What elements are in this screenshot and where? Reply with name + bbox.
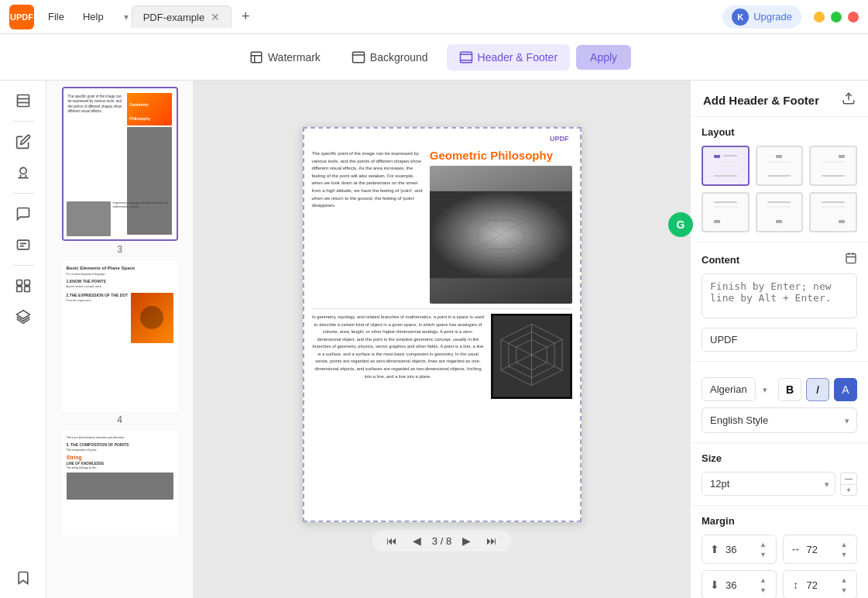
size-increase-button[interactable]: +: [840, 484, 857, 496]
style-select-wrapper: English Style Roman Style Arabic Style: [702, 407, 857, 433]
left-sidebar: [0, 81, 46, 598]
margin-right-decrease[interactable]: ▼: [838, 549, 850, 559]
size-decrease-button[interactable]: —: [840, 473, 857, 484]
watermark-button[interactable]: Watermark: [237, 44, 333, 70]
content-title: Content: [702, 254, 739, 266]
minimize-button[interactable]: —: [814, 12, 825, 22]
nav-prev-button[interactable]: ◀: [408, 533, 426, 548]
layout-option-br[interactable]: [809, 192, 857, 232]
thumbnail-item-3[interactable]: The specific point of the image can be e…: [53, 87, 187, 255]
layout-preview-br: [818, 198, 848, 226]
sidebar-annotation-icon[interactable]: [9, 200, 37, 228]
margin-left-input[interactable]: [807, 579, 834, 591]
svg-rect-3: [17, 95, 29, 107]
header-footer-button[interactable]: Header & Footer: [447, 44, 571, 70]
content-value[interactable]: UPDF: [702, 328, 857, 352]
page-divider: [312, 308, 572, 309]
maximize-button[interactable]: ⬜: [831, 12, 842, 22]
margin-top-input[interactable]: [726, 544, 753, 555]
margin-right-item: ↔ ▲ ▼: [783, 534, 858, 564]
sidebar-bookmark-icon[interactable]: [9, 564, 37, 592]
italic-button[interactable]: I: [806, 378, 829, 401]
thumbnail-item-4[interactable]: Basic Elements of Plane Space For constr…: [53, 261, 187, 425]
margin-bottom-increase[interactable]: ▲: [757, 575, 770, 585]
grammarly-button[interactable]: G: [668, 212, 693, 237]
tab-close-icon[interactable]: ✕: [211, 11, 220, 23]
thumbnail-number-3: 3: [117, 244, 122, 255]
page-body-text: In geometry, topology, and related branc…: [312, 314, 485, 500]
margin-top-decrease[interactable]: ▼: [757, 549, 770, 559]
tab-dropdown-icon[interactable]: ▾: [124, 12, 129, 22]
svg-point-6: [19, 167, 26, 174]
page-canvas: UPDF The specific point of the image can…: [303, 127, 582, 522]
margin-grid: ⬆ ▲ ▼ ↔ ▲ ▼: [702, 534, 857, 598]
window-controls: — ⬜ ✕: [814, 12, 859, 22]
background-button[interactable]: Background: [339, 44, 441, 70]
layout-option-tc[interactable]: [756, 146, 804, 186]
layout-preview-tl: [711, 152, 740, 180]
title-bar: UPDF File Help ▾ PDF-example ✕ + K Upgra…: [0, 0, 868, 34]
sidebar-layers-icon[interactable]: [9, 303, 37, 331]
page-header-label: UPDF: [550, 135, 569, 143]
tab-bar: ▾ PDF-example ✕ +: [124, 5, 716, 28]
color-button[interactable]: A: [834, 378, 857, 401]
watermark-label: Watermark: [268, 51, 321, 64]
size-row: 12pt — +: [702, 472, 857, 496]
menu-help[interactable]: Help: [75, 8, 112, 26]
content-textarea[interactable]: [702, 273, 857, 318]
navigation-bar: ⏮ ◀ 3 / 8 ▶ ⏭: [372, 530, 511, 552]
margin-bottom-item: ⬇ ▲ ▼: [702, 570, 777, 598]
margin-bottom-icon: ⬇: [708, 579, 721, 591]
sidebar-divider-3: [12, 265, 34, 266]
svg-rect-8: [16, 280, 22, 286]
page-title: Geometric Philosophy: [430, 149, 572, 163]
svg-rect-7: [17, 240, 29, 249]
font-select[interactable]: Algerian: [702, 377, 756, 401]
sidebar-pages-icon[interactable]: [9, 87, 37, 115]
margin-right-stepper: ▲ ▼: [838, 539, 850, 559]
sidebar-stamp-icon[interactable]: [9, 159, 37, 187]
bold-button[interactable]: B: [778, 378, 801, 401]
sidebar-form-icon[interactable]: [9, 231, 37, 259]
tab-add-button[interactable]: +: [236, 8, 255, 26]
margin-right-increase[interactable]: ▲: [838, 539, 850, 549]
upgrade-button[interactable]: K Upgrade: [722, 5, 801, 29]
margin-right-input[interactable]: [807, 544, 834, 555]
margin-left-increase[interactable]: ▲: [838, 575, 850, 585]
svg-rect-0: [251, 52, 262, 63]
nav-next-button[interactable]: ▶: [458, 533, 475, 548]
layout-option-bc[interactable]: [756, 192, 804, 232]
header-footer-label: Header & Footer: [478, 51, 558, 64]
tab-pdf-example[interactable]: PDF-example ✕: [132, 5, 232, 28]
sidebar-edit-icon[interactable]: [9, 128, 37, 156]
close-button[interactable]: ✕: [848, 12, 859, 22]
layout-option-tl[interactable]: [702, 146, 750, 186]
style-select[interactable]: English Style Roman Style Arabic Style: [702, 407, 857, 433]
tab-label: PDF-example: [143, 12, 204, 23]
margin-bottom-decrease[interactable]: ▼: [757, 585, 770, 595]
size-select[interactable]: 12pt: [702, 472, 835, 496]
menu-file[interactable]: File: [40, 8, 72, 26]
background-label: Background: [370, 51, 428, 64]
layout-option-bl[interactable]: [702, 192, 750, 232]
margin-right-icon: ↔: [790, 543, 802, 555]
layout-title: Layout: [702, 126, 857, 138]
app-logo: UPDF: [9, 5, 34, 29]
sidebar-organize-icon[interactable]: [9, 272, 37, 300]
nav-last-button[interactable]: ⏭: [482, 533, 502, 548]
thumbnail-item-5[interactable]: There are links between elements and ele…: [53, 431, 187, 535]
font-row: Algerian B I A: [702, 377, 857, 401]
apply-button[interactable]: Apply: [576, 45, 631, 70]
font-section: Algerian B I A English Style Roman Style…: [691, 362, 868, 443]
size-title: Size: [702, 452, 857, 464]
margin-left-decrease[interactable]: ▼: [838, 585, 850, 595]
svg-rect-24: [846, 254, 856, 263]
export-icon[interactable]: [842, 91, 856, 108]
margin-bottom-input[interactable]: [726, 579, 753, 591]
header-footer-icon: [459, 50, 473, 64]
nav-first-button[interactable]: ⏮: [382, 533, 402, 548]
calendar-icon[interactable]: [845, 252, 857, 267]
layout-grid: [702, 146, 857, 232]
margin-top-increase[interactable]: ▲: [757, 539, 770, 549]
layout-option-tr[interactable]: [809, 146, 857, 186]
